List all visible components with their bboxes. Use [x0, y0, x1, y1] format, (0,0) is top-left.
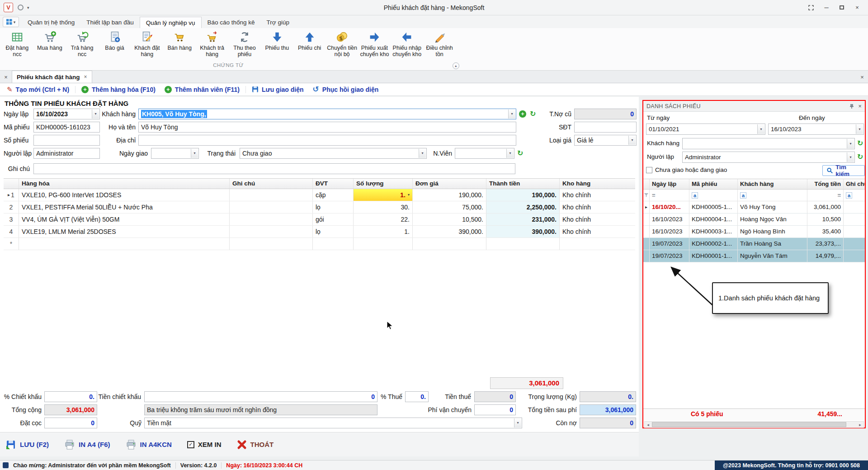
ho-va-ten-input[interactable]: Võ Huy Tòng — [138, 122, 516, 133]
caret-down-icon[interactable]: ▾ — [757, 124, 764, 134]
caret-down-icon[interactable]: ▾ — [856, 124, 863, 134]
ribbon-menu-button[interactable]: ▾ — [3, 17, 19, 27]
caret-down-icon[interactable]: ▾ — [408, 189, 410, 201]
phieu-row-2[interactable]: 16/10/2023 KDH00004-1... Hoàng Ngọc Vân … — [643, 214, 865, 226]
ribbon-tab-quan-tri-he-thong[interactable]: Quản trị hệ thống — [22, 17, 80, 28]
new-button[interactable]: ✎Tạo mới (Ctrl + N) — [3, 85, 73, 94]
toolbar-button-thu-theo-phieu[interactable]: Thu theo phiếu — [228, 29, 261, 62]
nguoi-lap-input[interactable]: Administrator — [33, 148, 100, 159]
print-a4-button[interactable]: IN A4 (F6) — [64, 439, 110, 450]
toolbar-button-chuyen-tien-noi-bo[interactable]: $ Chuyển tiền nội bộ — [326, 29, 359, 62]
phi-van-chuyen-input[interactable]: 0 — [474, 404, 516, 415]
item-row-new[interactable]: * — [4, 238, 635, 250]
phieu-row-5[interactable]: 19/07/2023 KDH00001-1... Nguyễn Văn Tám … — [643, 250, 865, 262]
save-button[interactable]: LƯU (F2) — [5, 439, 49, 450]
caret-down-icon[interactable]: ▾ — [847, 139, 854, 148]
ngay-giao-input[interactable]: ▾ — [151, 148, 199, 159]
close-button[interactable]: × — [851, 2, 863, 13]
qty-editor-cell[interactable]: 1.▾ — [354, 189, 413, 201]
toolbar-button-mua-hang[interactable]: Mua hàng — [33, 29, 66, 62]
panel-refresh-user-icon[interactable]: ↻ — [857, 152, 863, 161]
col-thanh-tien[interactable]: Thành tiền — [486, 179, 560, 189]
col-ghi-chu[interactable]: Ghi chú — [844, 179, 865, 189]
panel-khach-hang-input[interactable]: ▾ — [682, 138, 855, 149]
restore-layout-button[interactable]: ↺Phục hồi giao diện — [309, 85, 383, 94]
khach-hang-input[interactable]: KH005, Võ Huy Tòng,▾ — [138, 109, 516, 119]
caret-down-icon[interactable]: ▾ — [508, 109, 515, 119]
thue-pct-input[interactable]: 0. — [405, 391, 429, 402]
toolbar-button-phieu-thu[interactable]: Phiếu thu — [261, 29, 293, 62]
ngay-lap-input[interactable]: 16/10/2023▾ — [33, 109, 100, 119]
col-kho-hang[interactable]: Kho hàng — [560, 179, 635, 189]
panel-refresh-customer-icon[interactable]: ↻ — [857, 139, 863, 148]
item-row-3[interactable]: 3 VV4, ÚM GÀ VỊT (Việt Viễn) 50GM gói 22… — [4, 214, 635, 226]
sdt-input[interactable] — [574, 122, 637, 133]
dia-chi-input[interactable] — [138, 135, 516, 146]
tabbar-close-button[interactable]: × — [856, 71, 868, 83]
preview-button[interactable]: ✓ XEM IN — [187, 441, 222, 448]
ghi-chu-input[interactable] — [33, 163, 515, 174]
trang-thai-input[interactable]: Chưa giao▾ — [240, 148, 427, 159]
text-filter-icon[interactable]: a — [846, 192, 852, 199]
tien-chiet-khau-input[interactable]: 0 — [144, 391, 377, 402]
caret-down-icon[interactable]: ▾ — [514, 418, 521, 427]
add-staff-button[interactable]: +Thêm nhân viên (F11) — [160, 86, 244, 93]
pin-icon[interactable] — [849, 104, 854, 109]
toolbar-button-khach-dat-hang[interactable]: Khách đặt hàng — [131, 29, 163, 62]
toolbar-button-ban-hang[interactable]: Bán hàng — [163, 29, 196, 62]
fullscreen-button[interactable] — [805, 2, 817, 13]
caret-down-icon[interactable]: ▾ — [506, 149, 514, 158]
ma-phieu-input[interactable]: KDH00005-161023 — [33, 122, 100, 133]
panel-grid-filter-row[interactable]: = a a = a — [643, 190, 865, 201]
scrollbar-thumb[interactable] — [652, 422, 846, 427]
add-customer-icon[interactable]: + — [519, 110, 526, 118]
scroll-right-icon[interactable]: ▸ — [857, 422, 863, 427]
so-phieu-input[interactable] — [33, 135, 100, 146]
caret-down-icon[interactable]: ▾ — [628, 136, 636, 145]
caret-down-icon[interactable]: ▾ — [191, 149, 198, 158]
ribbon-tab-quan-ly-nghiep-vu[interactable]: Quản lý nghiệp vụ — [140, 17, 202, 28]
horizontal-scrollbar[interactable]: ◂ ▸ — [644, 421, 864, 428]
toolbar-button-khach-tra-hang[interactable]: Khách trả hàng — [196, 29, 228, 62]
scroll-left-icon[interactable]: ◂ — [645, 422, 651, 427]
refresh-customer-icon[interactable]: ↻ — [530, 109, 536, 119]
quick-access-caret-icon[interactable]: ▾ — [27, 5, 29, 10]
chiet-khau-pct-input[interactable]: 0. — [44, 391, 97, 402]
text-filter-icon[interactable]: a — [692, 192, 698, 199]
caret-down-icon[interactable]: ▾ — [92, 109, 99, 119]
toolbar-button-phieu-chi[interactable]: Phiếu chi — [293, 29, 326, 62]
col-ma-phieu[interactable]: Mã phiếu — [689, 179, 738, 189]
toolbar-button-tra-hang-ncc[interactable]: Trả hàng ncc — [66, 29, 99, 62]
equals-filter-icon[interactable]: = — [652, 192, 656, 199]
col-ghi-chu[interactable]: Ghi chú — [230, 179, 313, 189]
col-ngay-lap[interactable]: Ngày lập — [650, 179, 689, 189]
print-a4kcn-button[interactable]: IN A4KCN — [126, 439, 172, 450]
exit-button[interactable]: THOÁT — [237, 440, 274, 450]
quick-access-icon[interactable] — [18, 5, 24, 10]
col-don-gia[interactable]: Đơn giá — [413, 179, 486, 189]
tab-close-icon[interactable]: × — [84, 74, 87, 80]
tu-ngay-input[interactable]: 01/10/2021▾ — [646, 123, 765, 135]
ribbon-collapse-button[interactable]: ▴ — [453, 62, 459, 69]
toolbar-button-phieu-xuat-chuyen-kho[interactable]: Phiếu xuất chuyển kho — [358, 29, 391, 62]
panel-close-icon[interactable]: × — [858, 103, 862, 109]
item-row-2[interactable]: 2 VXLE1, PESTIFFA Merial 50LIỀU + Nước P… — [4, 201, 635, 214]
col-so-luong[interactable]: Số lượng — [354, 179, 413, 189]
n-vien-input[interactable]: ▾ — [455, 148, 514, 159]
maximize-button[interactable] — [835, 2, 848, 13]
equals-filter-icon[interactable]: = — [837, 192, 841, 199]
save-layout-button[interactable]: Lưu giao diện — [248, 86, 308, 93]
caret-down-icon[interactable]: ▾ — [847, 152, 854, 162]
toolbar-button-bao-gia[interactable]: Báo giá — [99, 29, 131, 62]
minimize-button[interactable]: ─ — [820, 2, 833, 13]
phieu-row-1[interactable]: ▸ 16/10/20... KDH00005-1... Võ Huy Tòng … — [643, 201, 865, 214]
toolbar-button-dat-hang-ncc[interactable]: Đặt hàng ncc — [1, 29, 33, 62]
ribbon-tab-bao-cao-thong-ke[interactable]: Báo cáo thống kê — [202, 17, 261, 28]
col-tong-tien[interactable]: Tổng tiền — [807, 179, 844, 189]
loai-gia-input[interactable]: Giá lẻ▾ — [574, 135, 637, 146]
item-row-4[interactable]: 4 VXLE19, LMLM Merial 25DOSES lọ 1. 390,… — [4, 226, 635, 238]
toolbar-button-dieu-chinh-ton[interactable]: Điều chỉnh tồn — [423, 29, 456, 62]
quy-input[interactable]: Tiền mặt▾ — [144, 418, 522, 428]
panel-nguoi-lap-input[interactable]: Administrator▾ — [682, 152, 855, 163]
tab-close-left-button[interactable]: × — [0, 71, 12, 83]
